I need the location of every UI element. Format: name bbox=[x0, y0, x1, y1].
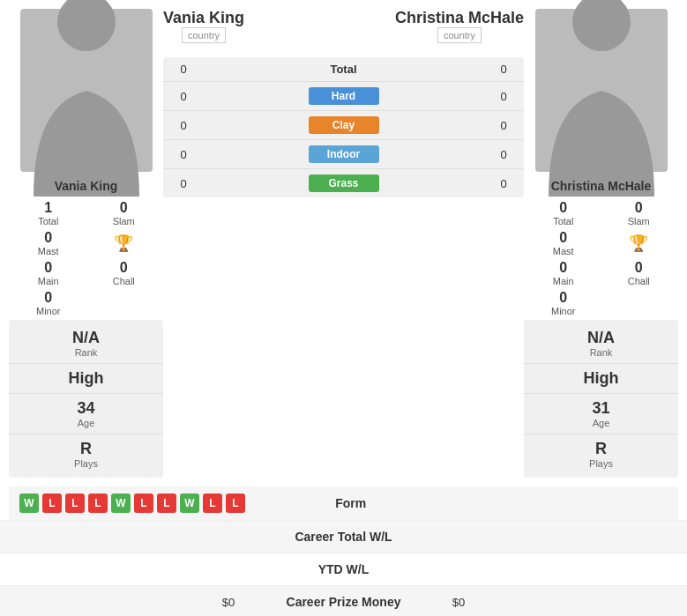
left-player-name: Vania King bbox=[55, 179, 118, 193]
right-player-totals: 0 Total 0 Slam 0 Mast 🏆 0 Main bbox=[524, 200, 678, 316]
left-player-col: Vania King 1 Total 0 Slam 0 Mast 🏆 bbox=[9, 9, 163, 316]
stats-row-career-wl: Career Total W/L bbox=[0, 520, 687, 553]
bottom-rows: Career Total W/L YTD W/L $0 Career Prize… bbox=[0, 520, 687, 616]
surface-row-hard: 0 Hard 0 bbox=[163, 82, 524, 111]
form-badge: L bbox=[134, 494, 153, 513]
player-comparison: Vania King 1 Total 0 Slam 0 Mast 🏆 bbox=[0, 0, 687, 316]
right-total-val: 0 Total bbox=[533, 200, 594, 226]
stats-row-career-prize: $0 Career Prize Money $0 bbox=[0, 585, 687, 616]
left-player-header: Vania King country bbox=[163, 9, 244, 47]
form-badge: W bbox=[180, 494, 199, 513]
right-side-stats: N/A Rank High 31 Age R Plays bbox=[524, 320, 678, 478]
right-rank-row: N/A Rank bbox=[524, 323, 678, 364]
surface-row-grass: 0 Grass 0 bbox=[163, 169, 524, 197]
surface-rows: 0 Hard 0 0 Clay 0 0 Indoor 0 0 Grass 0 bbox=[163, 82, 524, 197]
surface-row-indoor: 0 Indoor 0 bbox=[163, 140, 524, 169]
right-plays-row: R Plays bbox=[524, 434, 678, 474]
left-plays-row: R Plays bbox=[9, 434, 163, 474]
form-section: WLLLWLLWLL Form bbox=[9, 486, 678, 520]
form-badge: L bbox=[65, 494, 85, 513]
form-badge: L bbox=[203, 494, 222, 513]
right-player-col: Christina McHale 0 Total 0 Slam 0 Mast 🏆 bbox=[524, 9, 678, 316]
row-right-career-prize: $0 bbox=[452, 596, 669, 609]
right-player-name: Christina McHale bbox=[551, 179, 652, 193]
right-trophy-icon: 🏆 bbox=[609, 230, 670, 256]
row-label-ytd-wl: YTD W/L bbox=[235, 562, 452, 576]
form-badge: L bbox=[226, 494, 245, 513]
left-player-avatar bbox=[20, 9, 153, 172]
right-age-row: 31 Age bbox=[524, 394, 678, 434]
right-high-row: High bbox=[524, 364, 678, 394]
row-label-career-prize: Career Prize Money bbox=[235, 595, 452, 609]
form-badge: L bbox=[88, 494, 108, 513]
left-high-row: High bbox=[9, 364, 163, 394]
row-left-career-prize: $0 bbox=[18, 596, 235, 609]
left-trophy-icon: 🏆 bbox=[93, 230, 155, 256]
right-player-avatar bbox=[535, 9, 668, 172]
left-total-val: 1 Total bbox=[18, 200, 79, 226]
form-badge: W bbox=[19, 494, 39, 513]
right-chall-val: 0 Chall bbox=[609, 260, 670, 286]
stats-panel-row: N/A Rank High 34 Age R Plays N/A Rank bbox=[0, 316, 687, 486]
left-main-val: 0 Main bbox=[18, 260, 79, 286]
right-minor-val: 0 Minor bbox=[533, 290, 594, 316]
form-badge: L bbox=[157, 494, 176, 513]
surface-row-clay: 0 Clay 0 bbox=[163, 111, 524, 140]
form-badge: W bbox=[111, 494, 131, 513]
left-rank-row: N/A Rank bbox=[9, 323, 163, 364]
left-age-row: 34 Age bbox=[9, 394, 163, 434]
form-badges: WLLLWLLWLL bbox=[19, 494, 245, 513]
left-player-totals: 1 Total 0 Slam 0 Mast 🏆 0 Main bbox=[9, 200, 163, 316]
left-chall-val: 0 Chall bbox=[93, 260, 155, 286]
row-label-career-wl: Career Total W/L bbox=[235, 530, 452, 544]
form-badge: L bbox=[42, 494, 62, 513]
svg-point-1 bbox=[572, 0, 631, 51]
left-mast-val: 0 Mast bbox=[18, 230, 79, 256]
left-slam-val: 0 Slam bbox=[93, 200, 155, 226]
right-slam-val: 0 Slam bbox=[609, 200, 670, 226]
svg-point-0 bbox=[57, 0, 116, 51]
right-player-header: Christina McHale country bbox=[395, 9, 524, 47]
total-row: 0 Total 0 bbox=[163, 57, 524, 82]
stats-row-ytd-wl: YTD W/L bbox=[0, 553, 687, 585]
right-main-val: 0 Main bbox=[533, 260, 594, 286]
center-col: Vania King country Christina McHale coun… bbox=[163, 9, 524, 316]
right-mast-val: 0 Mast bbox=[533, 230, 594, 256]
left-side-stats: N/A Rank High 34 Age R Plays bbox=[9, 320, 163, 478]
left-minor-val: 0 Minor bbox=[18, 290, 79, 316]
center-spacer bbox=[163, 316, 524, 478]
main-container: Vania King 1 Total 0 Slam 0 Mast 🏆 bbox=[0, 0, 687, 616]
